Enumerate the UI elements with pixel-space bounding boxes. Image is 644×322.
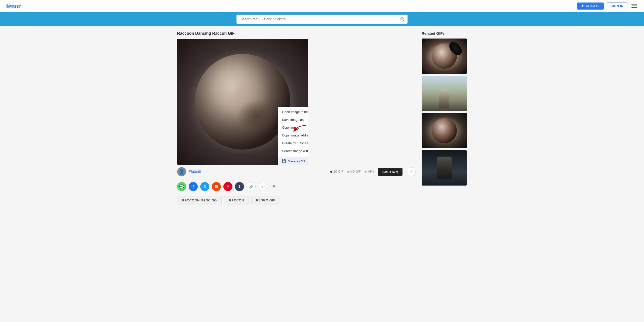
facebook-icon: f: [193, 185, 194, 189]
tag-raccon-label: RACCON: [229, 198, 244, 202]
share-twitter-button[interactable]: 𝕏: [200, 182, 209, 191]
open-image-label: Open image in new tab: [282, 110, 308, 114]
save-image-label: Save image as...: [282, 118, 306, 122]
search-button[interactable]: 🔍: [400, 17, 405, 22]
context-menu-item-save[interactable]: Save image as...: [278, 116, 308, 124]
gif-format-options: SD GIF HD GIF MP4 CAPTION ♡: [330, 167, 416, 176]
context-menu-separator: [278, 156, 308, 156]
context-menu-item-search[interactable]: Search image with Google: [278, 147, 308, 155]
share-flag-button[interactable]: ⚑: [270, 182, 279, 191]
mp4-dot: [365, 171, 367, 173]
tag-pedro-gif-label: PEDRO GIF: [256, 198, 275, 202]
search-image-label: Search image with Google: [282, 149, 308, 153]
svg-point-3: [215, 187, 216, 187]
tumblr-icon: t: [239, 185, 240, 189]
flag-icon: ⚑: [272, 184, 276, 189]
related-gif-3[interactable]: [422, 113, 467, 148]
raccoon-gif: [195, 54, 290, 150]
context-menu-item-save-gif[interactable]: 💾 Save as GIF: [278, 157, 308, 165]
copy-image-address-label: Copy image address: [282, 133, 308, 137]
hamburger-menu[interactable]: [630, 3, 638, 9]
page-title: Raccoon Dancing Raccon GIF: [177, 31, 416, 36]
reddit-icon: [214, 184, 219, 189]
arrow-svg: [293, 123, 308, 133]
message-icon: 💬: [179, 184, 184, 189]
related-gif-img-2: [422, 76, 467, 111]
context-menu-item-qr[interactable]: Create QR Code for this image: [278, 139, 308, 147]
twitter-icon: 𝕏: [204, 185, 206, 189]
related-gifs-title: Related GIFs: [422, 31, 467, 35]
left-section: Raccoon Dancing Raccon GIF Open image in…: [177, 31, 416, 204]
embed-icon: </>: [261, 185, 265, 188]
pinterest-icon: P: [227, 185, 229, 189]
favorite-button[interactable]: ♡: [407, 167, 416, 176]
related-gif-1[interactable]: [422, 39, 467, 74]
share-section: 💬 f 𝕏 P t: [177, 182, 416, 191]
tags-section: RACCOON DANCING RACCON PEDRO GIF: [177, 196, 416, 204]
search-icon: 🔍: [400, 17, 405, 21]
sd-gif-option[interactable]: SD GIF: [330, 170, 343, 173]
context-menu: Open image in new tab Save image as... C…: [278, 107, 308, 165]
hd-label: HD GIF: [350, 170, 361, 173]
create-button[interactable]: ⬆ CREATE: [577, 3, 604, 10]
related-gif-img-1: [422, 39, 467, 74]
mp4-option[interactable]: MP4: [365, 170, 374, 173]
signin-button[interactable]: SIGN IN: [607, 3, 627, 9]
logo: tenor: [6, 2, 21, 10]
main-content: Raccoon Dancing Raccon GIF Open image in…: [171, 26, 473, 209]
save-gif-icon: 💾: [282, 159, 286, 163]
upload-icon: ⬆: [581, 4, 584, 8]
search-input[interactable]: [236, 15, 408, 24]
related-gif-img-3: [422, 113, 467, 148]
tag-pedro-gif[interactable]: PEDRO GIF: [251, 196, 280, 204]
context-menu-item-open[interactable]: Open image in new tab: [278, 108, 308, 116]
share-facebook-button[interactable]: f: [189, 182, 198, 191]
create-qr-label: Create QR Code for this image: [282, 141, 308, 145]
svg-point-4: [217, 187, 217, 187]
link-icon: 🔗: [249, 185, 253, 189]
heart-icon: ♡: [409, 169, 413, 174]
save-as-gif-label: Save as GIF: [288, 159, 306, 163]
tag-raccon[interactable]: RACCON: [224, 196, 249, 204]
tag-raccoon-dancing-label: RACCOON DANCING: [182, 198, 217, 202]
hd-gif-option[interactable]: HD GIF: [347, 170, 361, 173]
related-gif-2[interactable]: [422, 76, 467, 111]
hd-dot: [347, 171, 349, 173]
share-embed-button[interactable]: </>: [258, 182, 267, 191]
share-message-button[interactable]: 💬: [177, 182, 186, 191]
header-right: ⬆ CREATE SIGN IN: [577, 3, 638, 10]
tag-raccoon-dancing[interactable]: RACCOON DANCING: [177, 196, 222, 204]
share-pinterest-button[interactable]: P: [223, 182, 232, 191]
gif-container: Open image in new tab Save image as... C…: [177, 39, 308, 165]
author-avatar: [177, 167, 186, 176]
hamburger-line: [631, 7, 637, 8]
hamburger-line: [631, 4, 637, 5]
share-link-button[interactable]: 🔗: [247, 182, 256, 191]
svg-point-2: [215, 185, 218, 188]
hamburger-line: [631, 6, 637, 6]
gif-controls: Flu3xiii SD GIF HD GIF MP4 CAPTION ♡: [177, 165, 416, 179]
right-section: Related GIFs: [422, 31, 467, 204]
create-label: CREATE: [586, 4, 600, 8]
share-reddit-button[interactable]: [212, 182, 221, 191]
arrow-indicator: [293, 123, 308, 134]
share-tumblr-button[interactable]: t: [235, 182, 244, 191]
mp4-label: MP4: [368, 170, 374, 173]
related-gif-img-4: [422, 150, 467, 186]
sd-label: SD GIF: [333, 170, 343, 173]
header: tenor ⬆ CREATE SIGN IN: [0, 0, 644, 12]
caption-button[interactable]: CAPTION: [378, 168, 403, 176]
related-gif-4[interactable]: [422, 150, 467, 186]
search-bar: 🔍: [0, 12, 644, 26]
gif-author: Flu3xiii: [177, 167, 201, 176]
sd-dot: [330, 171, 332, 173]
author-name[interactable]: Flu3xiii: [189, 170, 201, 174]
search-container: 🔍: [236, 15, 408, 24]
